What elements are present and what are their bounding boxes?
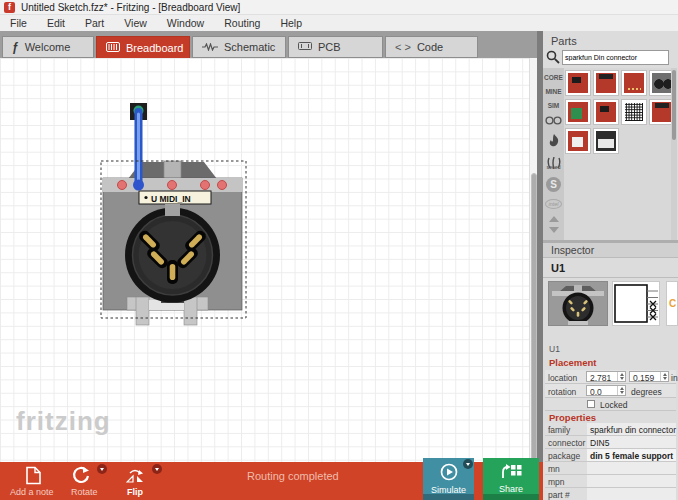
menu-part[interactable]: Part	[75, 17, 114, 29]
rotate-label[interactable]: Rotate	[71, 487, 98, 497]
part-thumbnail[interactable]	[565, 99, 591, 125]
placement-section-header: Placement	[549, 357, 597, 368]
variant-preview[interactable]: C	[666, 281, 678, 326]
view-tab-strip: ƒ Welcome Breadboard Schematic PCB < > C…	[0, 31, 543, 58]
breadboard-icon	[106, 42, 120, 54]
tab-welcome[interactable]: ƒ Welcome	[2, 36, 94, 58]
part-thumbnail[interactable]	[593, 70, 619, 96]
share-button[interactable]: Share	[483, 458, 539, 500]
snootlab-icon[interactable]: S	[546, 177, 561, 192]
property-row-package: package din 5 female support	[545, 449, 676, 462]
add-note-icon[interactable]	[25, 466, 42, 489]
flip-label[interactable]: Flip	[127, 487, 143, 497]
inspector-part-name: U1	[551, 262, 565, 274]
tab-schematic[interactable]: Schematic	[192, 36, 286, 58]
location-y-field[interactable]: 0.159	[629, 371, 669, 382]
bins-scroll-up-icon[interactable]	[549, 216, 559, 222]
spinner-arrows-icon[interactable]	[617, 386, 625, 395]
pcb-icon	[298, 41, 312, 53]
window-title: Untitled Sketch.fzz* - Fritzing - [Bread…	[21, 2, 240, 13]
parts-scrollbar[interactable]	[671, 68, 677, 240]
inspector-header: Inspector	[543, 243, 678, 258]
locked-checkbox[interactable]	[587, 400, 595, 408]
mn-field[interactable]	[587, 462, 676, 474]
menu-edit[interactable]: Edit	[37, 17, 75, 29]
simulate-button[interactable]: Simulate	[423, 458, 474, 500]
property-row-mn: mn	[545, 462, 676, 475]
part-thumbnail[interactable]	[565, 128, 591, 154]
breadboard-preview[interactable]	[548, 281, 608, 326]
tab-pcb[interactable]: PCB	[288, 36, 383, 58]
bin-mine[interactable]: MINE	[545, 88, 561, 95]
fritzing-f-icon: ƒ	[12, 40, 19, 54]
tab-breadboard[interactable]: Breadboard	[96, 36, 190, 60]
add-note-label[interactable]: Add a note	[10, 487, 54, 497]
spinner-arrows-icon[interactable]	[660, 372, 668, 381]
share-icon	[501, 463, 522, 482]
tab-code[interactable]: < > Code	[385, 36, 478, 58]
fritzing-watermark: fritzing	[16, 406, 111, 437]
simulate-options-caret[interactable]	[463, 459, 473, 469]
parts-panel-title: Parts	[551, 35, 577, 47]
part-thumbnail[interactable]	[621, 99, 647, 125]
menu-view[interactable]: View	[114, 17, 157, 29]
parts-search-input[interactable]	[562, 50, 669, 65]
property-row-connector: connector DIN5	[545, 436, 676, 449]
part-number-field[interactable]	[587, 488, 676, 500]
properties-section-header: Properties	[549, 412, 596, 423]
schematic-preview[interactable]	[612, 281, 660, 326]
schematic-icon	[202, 41, 218, 53]
search-icon	[546, 50, 560, 64]
parts-bins-sidebar: CORE MINE SIM seeed S intel	[543, 68, 564, 240]
package-dropdown[interactable]: din 5 female support	[587, 449, 676, 461]
title-bar: f Untitled Sketch.fzz* - Fritzing - [Bre…	[0, 0, 678, 15]
property-row-part-number: part #	[545, 488, 676, 500]
din-connector-part[interactable]: U MIDI_IN	[95, 95, 250, 330]
sparkfun-flame-icon[interactable]	[548, 134, 560, 150]
status-bar: Add a note Rotate Flip Routing completed…	[0, 462, 543, 500]
location-row: location 2.781 0.159 in	[545, 370, 676, 384]
mpn-field[interactable]	[587, 475, 676, 487]
location-x-field[interactable]: 2.781	[586, 371, 626, 382]
bin-sim[interactable]: SIM	[548, 102, 560, 109]
routing-status: Routing completed	[247, 470, 339, 482]
svg-text:U MIDI_IN: U MIDI_IN	[151, 194, 191, 204]
part-ref-label: U1	[549, 344, 560, 354]
part-label: U MIDI_IN	[139, 191, 211, 204]
fritzing-app-icon: f	[4, 2, 15, 13]
breadboard-canvas[interactable]: U MIDI_IN fritzing	[0, 58, 537, 462]
menu-file[interactable]: File	[0, 17, 37, 29]
play-icon	[440, 463, 458, 483]
property-row-mpn: mpn	[545, 475, 676, 488]
locked-row: Locked	[545, 398, 676, 411]
seeed-icon[interactable]: seeed	[546, 157, 562, 170]
code-icon: < >	[395, 41, 411, 53]
arduino-icon[interactable]	[545, 116, 562, 127]
part-thumbnail[interactable]	[649, 70, 671, 96]
menu-help[interactable]: Help	[270, 17, 312, 29]
rotate-options-caret[interactable]	[97, 464, 107, 474]
intel-icon[interactable]: intel	[545, 199, 562, 209]
part-thumbnail[interactable]	[565, 70, 591, 96]
parts-thumbnail-grid	[564, 68, 671, 240]
spinner-arrows-icon[interactable]	[617, 372, 625, 381]
rotate-icon[interactable]	[71, 466, 90, 488]
right-panel: Parts CORE MINE SIM seeed S intel	[543, 31, 678, 500]
part-thumbnail[interactable]	[593, 128, 619, 154]
part-thumbnail[interactable]	[621, 70, 647, 96]
property-row-family: family sparkfun din connector	[545, 423, 676, 436]
menu-bar: File Edit Part View Window Routing Help	[0, 15, 678, 31]
part-thumbnail[interactable]	[649, 99, 671, 125]
menu-window[interactable]: Window	[157, 17, 214, 29]
menu-routing[interactable]: Routing	[214, 17, 270, 29]
part-thumbnail[interactable]	[593, 99, 619, 125]
rotation-field[interactable]: 0.0	[586, 385, 626, 396]
bin-core[interactable]: CORE	[544, 74, 563, 81]
bins-scroll-down-icon[interactable]	[549, 227, 559, 233]
flip-options-caret[interactable]	[152, 464, 162, 474]
flip-icon[interactable]	[126, 469, 144, 488]
canvas-vertical-scrollbar[interactable]	[529, 58, 537, 462]
rotation-row: rotation 0.0 degrees	[545, 384, 676, 398]
wire-bendpoint[interactable]	[133, 180, 144, 191]
